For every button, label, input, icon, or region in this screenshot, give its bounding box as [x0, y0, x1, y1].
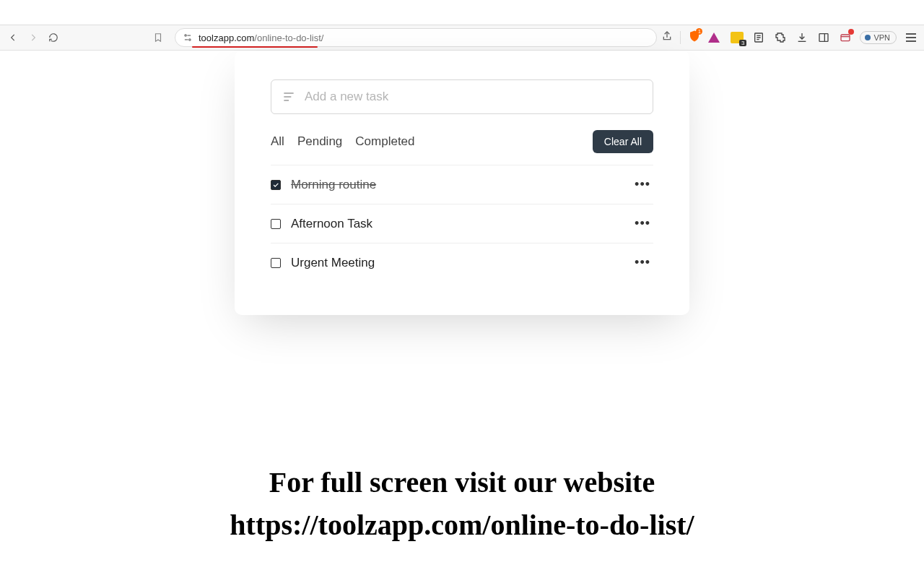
- sidebar-icon[interactable]: [816, 30, 831, 45]
- downloads-icon[interactable]: [795, 30, 809, 45]
- promo-line-2: https://toolzapp.com/online-to-do-list/: [0, 508, 924, 542]
- filter-completed[interactable]: Completed: [355, 134, 414, 149]
- task-menu-icon[interactable]: •••: [632, 255, 653, 270]
- filter-pending[interactable]: Pending: [297, 134, 342, 149]
- reader-icon[interactable]: [751, 30, 766, 45]
- svg-rect-4: [841, 35, 850, 41]
- wallet-icon[interactable]: [838, 30, 853, 45]
- bookmark-icon[interactable]: [152, 32, 165, 43]
- browser-toolbar: toolzapp.com/online-to-do-list/ 1 3: [0, 25, 924, 51]
- svg-rect-3: [819, 34, 828, 42]
- filter-all[interactable]: All: [271, 134, 284, 149]
- task-row: Afternoon Task •••: [271, 204, 653, 243]
- promo-footer: For full screen visit our website https:…: [0, 465, 924, 542]
- menu-button[interactable]: [904, 30, 918, 45]
- svg-point-0: [185, 35, 186, 36]
- add-task-row: [271, 79, 653, 114]
- shield-badge: 1: [696, 28, 702, 35]
- vpn-button[interactable]: VPN: [860, 31, 897, 44]
- promo-line-1: For full screen visit our website: [0, 465, 924, 499]
- extensions-icon[interactable]: [773, 30, 788, 45]
- vpn-status-dot: [865, 35, 871, 40]
- nav-forward-button[interactable]: [26, 30, 40, 45]
- task-list: Morning routine ••• Afternoon Task ••• U…: [271, 165, 653, 282]
- task-checkbox[interactable]: [271, 258, 281, 268]
- site-settings-icon[interactable]: [183, 33, 193, 43]
- task-checkbox[interactable]: [271, 219, 281, 229]
- nav-reload-button[interactable]: [46, 30, 61, 45]
- share-icon[interactable]: [661, 30, 673, 45]
- address-bar[interactable]: toolzapp.com/online-to-do-list/ 1: [170, 28, 724, 47]
- clear-all-button[interactable]: Clear All: [593, 130, 653, 153]
- task-label: Morning routine: [291, 178, 376, 192]
- filter-row: All Pending Completed Clear All: [271, 130, 653, 165]
- task-row: Morning routine •••: [271, 165, 653, 204]
- task-label: Afternoon Task: [291, 217, 372, 231]
- task-checkbox[interactable]: [271, 180, 281, 190]
- todo-card: All Pending Completed Clear All Morning …: [235, 51, 689, 315]
- brave-rewards-icon[interactable]: [708, 33, 720, 43]
- task-menu-icon[interactable]: •••: [632, 177, 653, 192]
- nav-back-button[interactable]: [6, 30, 20, 45]
- add-task-input[interactable]: [305, 90, 642, 104]
- task-row: Urgent Meeting •••: [271, 243, 653, 282]
- url-annotation-underline: [192, 46, 318, 48]
- list-icon: [282, 90, 296, 104]
- notes-extension-icon[interactable]: 3: [730, 30, 744, 45]
- url-text: toolzapp.com/online-to-do-list/: [199, 33, 323, 43]
- separator: [680, 31, 681, 44]
- brave-shield-icon[interactable]: 1: [688, 30, 701, 46]
- svg-point-1: [189, 39, 191, 40]
- task-label: Urgent Meeting: [291, 256, 375, 270]
- task-menu-icon[interactable]: •••: [632, 216, 653, 231]
